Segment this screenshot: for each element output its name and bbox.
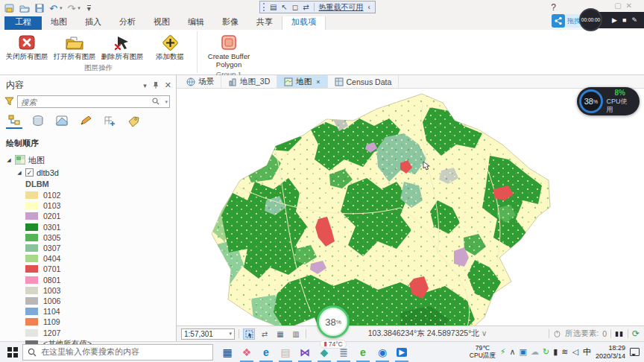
task-view-button[interactable]: ▦ [218,343,237,362]
display-icon[interactable]: ▣ [520,347,527,357]
legend-swatch[interactable] [25,265,38,273]
battery-icon[interactable]: ▮ [553,347,558,357]
record-annotate-button[interactable]: ✎ [631,17,637,24]
tab-imagery[interactable]: 影像 [213,15,247,30]
record-play-button[interactable]: ▶ [612,17,617,24]
show-all-processes-icon[interactable]: ▤ [270,4,277,11]
legend-item[interactable]: 0307 [25,243,176,253]
temp-monitor-overlay[interactable]: 38% ▮74°C [314,305,353,349]
layer-visibility-checkbox[interactable]: ✓ [25,168,34,177]
scale-dropdown-icon[interactable]: ▾ [229,331,232,337]
tree-item-map[interactable]: ◢ 地图 [0,153,176,167]
collapse-toolbar-icon[interactable]: ‹ [368,3,370,11]
usb-icon[interactable]: ⚡ [500,347,506,357]
list-by-editing-icon[interactable] [78,114,94,129]
legend-swatch[interactable] [25,308,38,315]
hot-reload-status[interactable]: 热重载不可用 [319,2,364,13]
legend-swatch[interactable] [25,255,38,262]
legend-item[interactable]: 1109 [25,317,176,327]
tab-addin[interactable]: 加载项 [282,14,326,30]
open-project-icon[interactable] [19,4,30,13]
visual-studio[interactable]: ⋈ [295,343,315,362]
legend-swatch[interactable] [25,212,38,220]
list-by-drawing-order-icon[interactable] [6,114,22,129]
legend-item[interactable]: 0102 [25,190,176,200]
select-element-icon[interactable]: ↖ [281,4,287,11]
chevron-up-icon[interactable]: ∧ [510,347,516,357]
arcgis-pro-app[interactable]: ◉ [373,343,392,362]
filter-icon[interactable] [4,96,14,107]
legend-swatch[interactable] [25,191,38,199]
sync-icon[interactable]: ↻ [543,347,549,357]
add-data-button[interactable]: 添加数据 [146,31,194,61]
legend-swatch[interactable] [25,318,38,326]
edge-browser[interactable]: e [256,343,276,362]
legend-swatch[interactable] [25,223,38,231]
start-button[interactable] [3,343,22,362]
qat-customize-button[interactable]: ▾ [87,5,91,12]
undo-button[interactable]: ↶ [49,4,57,13]
map-canvas[interactable] [177,89,644,326]
redo-dropdown-icon[interactable]: ▾ [78,5,80,11]
tab-edit[interactable]: 编辑 [179,15,213,30]
tab-view[interactable]: 视图 [145,15,179,30]
view-tab-map[interactable]: 地图 × [277,75,327,88]
file-explorer[interactable]: ▤ [276,343,295,362]
pane-toggle-icon[interactable]: ▥ [290,328,302,340]
legend-item[interactable]: 0801 [25,275,176,285]
legend-swatch[interactable] [25,329,38,337]
legend-swatch[interactable] [25,297,38,305]
legend-item[interactable]: 1104 [25,306,176,317]
legend-item[interactable]: 0701 [25,264,176,274]
action-center-icon[interactable] [630,348,640,356]
tab-insert[interactable]: 插入 [76,15,110,30]
cpu-monitor-overlay[interactable]: 38% 8% CPU使用 [577,87,640,115]
pin-icon[interactable] [153,81,159,90]
close-pane-icon[interactable]: ✕ [165,80,171,90]
wifi-icon[interactable]: ≋ [561,347,568,357]
help-button[interactable]: ? [551,2,556,13]
layout-adorners-icon[interactable]: ◻ [292,4,298,11]
refresh-icon[interactable]: ⟳ [632,328,640,339]
redo-button[interactable]: ↷ [67,4,75,13]
tab-share[interactable]: 共享 [247,15,282,30]
binding-errors-icon[interactable]: ⇄ [303,4,309,11]
window-caption-buttons[interactable]: ▢✕ [614,1,637,10]
cloud-icon[interactable]: ☁ [531,347,539,357]
create-buffer-polygon-button[interactable]: Create Buffer Polygon [201,31,257,69]
legend-item[interactable]: 0201 [25,211,176,221]
clock[interactable]: 18:29 2020/3/14 [596,344,625,361]
legend-swatch[interactable] [25,244,38,252]
legend-item[interactable]: 1006 [25,296,176,306]
legend-item[interactable]: 0301 [25,222,176,232]
pinwheel-app[interactable]: ❖ [237,343,256,362]
list-by-snapping-icon[interactable] [101,114,118,129]
expand-icon[interactable]: ◢ [16,170,22,176]
record-stop-button[interactable]: ■ [622,17,626,24]
volume-icon[interactable]: ◁ [572,347,578,357]
list-by-labeling-icon[interactable] [125,114,142,129]
view-tab-map3d[interactable]: 地图_3D [221,75,277,88]
legend-swatch[interactable] [25,287,38,294]
legend-swatch[interactable] [25,202,38,209]
tab-project[interactable]: 工程 [4,15,42,30]
toolbar-grip[interactable] [263,3,265,11]
cpu-temp-indicator[interactable]: 79℃ CPU温度 [470,345,496,360]
recorder-timer[interactable]: 00:00:00 [579,8,602,31]
remove-all-layers-button[interactable]: 删除所有图层 [98,31,146,61]
legend-item[interactable]: 0305 [25,232,176,243]
view-tab-census[interactable]: Census Data [328,75,400,88]
search-icon[interactable] [152,98,160,107]
legend-item[interactable]: 1003 [25,285,176,296]
close-tab-icon[interactable]: × [316,78,320,86]
snapping-icon[interactable]: ⇄ [259,328,271,340]
legend-swatch[interactable] [25,234,38,241]
save-project-icon[interactable] [4,4,14,13]
tree-item-dltb3d[interactable]: ◢ ✓ dltb3d [0,167,176,178]
ie-browser[interactable]: e [353,343,373,362]
legend-swatch[interactable] [25,276,38,284]
expand-icon[interactable]: ◢ [6,157,12,163]
search-input[interactable] [17,95,170,108]
legend-item[interactable]: 1207 [25,327,176,337]
undo-dropdown-icon[interactable]: ▾ [60,5,63,11]
